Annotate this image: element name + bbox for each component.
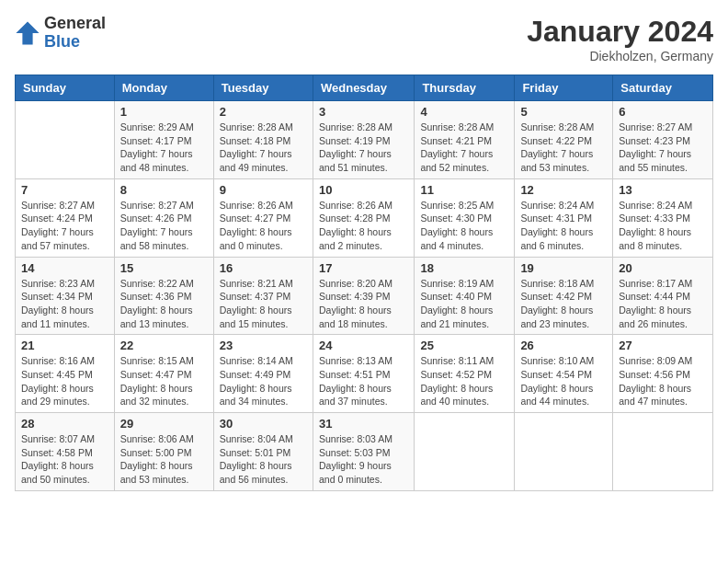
cell-info: Sunrise: 8:14 AMSunset: 4:49 PMDaylight:…: [220, 354, 307, 408]
cell-info: Sunrise: 8:28 AMSunset: 4:22 PMDaylight:…: [520, 121, 607, 175]
cell-date: 6: [619, 105, 707, 119]
cell-info: Sunrise: 8:29 AMSunset: 4:17 PMDaylight:…: [120, 121, 208, 175]
cell-info: Sunrise: 8:07 AMSunset: 4:58 PMDaylight:…: [21, 432, 108, 487]
cell-date: 27: [619, 339, 707, 352]
logo-blue: Blue: [44, 33, 106, 52]
cell-info: Sunrise: 8:26 AMSunset: 4:27 PMDaylight:…: [220, 199, 307, 253]
cell-date: 14: [21, 261, 108, 275]
calendar-cell: 7Sunrise: 8:27 AMSunset: 4:24 PMDaylight…: [16, 178, 115, 257]
cell-info: Sunrise: 8:03 AMSunset: 5:03 PMDaylight:…: [319, 432, 408, 487]
cell-date: 9: [220, 183, 307, 197]
calendar-cell: 17Sunrise: 8:20 AMSunset: 4:39 PMDayligh…: [313, 257, 414, 335]
cell-info: Sunrise: 8:28 AMSunset: 4:19 PMDaylight:…: [319, 121, 408, 175]
calendar-cell: 13Sunrise: 8:24 AMSunset: 4:33 PMDayligh…: [613, 178, 713, 257]
cell-info: Sunrise: 8:10 AMSunset: 4:54 PMDaylight:…: [520, 354, 607, 408]
cell-info: Sunrise: 8:28 AMSunset: 4:21 PMDaylight:…: [420, 121, 508, 175]
calendar-cell: 26Sunrise: 8:10 AMSunset: 4:54 PMDayligh…: [515, 335, 613, 413]
calendar-cell: [515, 413, 613, 491]
calendar-cell: 4Sunrise: 8:28 AMSunset: 4:21 PMDaylight…: [415, 101, 515, 179]
page-header: General Blue January 2024 Diekholzen, Ge…: [15, 15, 713, 63]
calendar-cell: 6Sunrise: 8:27 AMSunset: 4:23 PMDaylight…: [613, 101, 713, 179]
calendar-cell: 20Sunrise: 8:17 AMSunset: 4:44 PMDayligh…: [613, 257, 713, 335]
calendar-cell: 27Sunrise: 8:09 AMSunset: 4:56 PMDayligh…: [613, 335, 713, 413]
cell-info: Sunrise: 8:23 AMSunset: 4:34 PMDaylight:…: [21, 277, 108, 331]
calendar-cell: 28Sunrise: 8:07 AMSunset: 4:58 PMDayligh…: [16, 413, 115, 491]
calendar-cell: 29Sunrise: 8:06 AMSunset: 5:00 PMDayligh…: [114, 413, 213, 491]
cell-date: 2: [220, 105, 307, 119]
calendar-cell: 22Sunrise: 8:15 AMSunset: 4:47 PMDayligh…: [114, 335, 213, 413]
calendar-cell: 30Sunrise: 8:04 AMSunset: 5:01 PMDayligh…: [213, 413, 313, 491]
cell-info: Sunrise: 8:28 AMSunset: 4:18 PMDaylight:…: [220, 121, 307, 175]
calendar-cell: 21Sunrise: 8:16 AMSunset: 4:45 PMDayligh…: [16, 335, 115, 413]
header-thursday: Thursday: [415, 75, 515, 101]
cell-date: 7: [21, 183, 108, 197]
cell-date: 16: [220, 261, 307, 275]
cell-info: Sunrise: 8:18 AMSunset: 4:42 PMDaylight:…: [520, 277, 607, 331]
cell-date: 24: [319, 339, 408, 352]
cell-date: 8: [120, 183, 208, 197]
cell-date: 1: [120, 105, 208, 119]
cell-date: 29: [120, 417, 208, 431]
cell-date: 18: [420, 261, 508, 275]
cell-date: 5: [520, 105, 607, 119]
cell-date: 11: [420, 183, 508, 197]
cell-info: Sunrise: 8:04 AMSunset: 5:01 PMDaylight:…: [220, 432, 307, 487]
header-saturday: Saturday: [613, 75, 713, 101]
cell-date: 28: [21, 417, 108, 431]
header-friday: Friday: [515, 75, 613, 101]
calendar-cell: 24Sunrise: 8:13 AMSunset: 4:51 PMDayligh…: [313, 335, 414, 413]
cell-date: 23: [220, 339, 307, 352]
calendar-cell: 3Sunrise: 8:28 AMSunset: 4:19 PMDaylight…: [313, 101, 414, 179]
cell-info: Sunrise: 8:27 AMSunset: 4:26 PMDaylight:…: [120, 199, 208, 253]
cell-date: 10: [319, 183, 408, 197]
calendar-week-3: 14Sunrise: 8:23 AMSunset: 4:34 PMDayligh…: [16, 257, 713, 335]
cell-date: 12: [520, 183, 607, 197]
cell-info: Sunrise: 8:21 AMSunset: 4:37 PMDaylight:…: [220, 277, 307, 331]
cell-date: 21: [21, 339, 108, 352]
cell-date: 3: [319, 105, 408, 119]
cell-date: 17: [319, 261, 408, 275]
cell-date: 20: [619, 261, 707, 275]
calendar-cell: 9Sunrise: 8:26 AMSunset: 4:27 PMDaylight…: [213, 178, 313, 257]
title-block: January 2024 Diekholzen, Germany: [527, 15, 713, 63]
cell-date: 15: [120, 261, 208, 275]
cell-info: Sunrise: 8:15 AMSunset: 4:47 PMDaylight:…: [120, 354, 208, 408]
calendar-cell: 1Sunrise: 8:29 AMSunset: 4:17 PMDaylight…: [114, 101, 213, 179]
header-sunday: Sunday: [16, 75, 115, 101]
cell-date: 26: [520, 339, 607, 352]
calendar: Sunday Monday Tuesday Wednesday Thursday…: [15, 75, 713, 491]
cell-info: Sunrise: 8:22 AMSunset: 4:36 PMDaylight:…: [120, 277, 208, 331]
calendar-cell: 2Sunrise: 8:28 AMSunset: 4:18 PMDaylight…: [213, 101, 313, 179]
cell-info: Sunrise: 8:09 AMSunset: 4:56 PMDaylight:…: [619, 354, 707, 408]
logo-icon: [15, 20, 40, 46]
calendar-cell: 11Sunrise: 8:25 AMSunset: 4:30 PMDayligh…: [415, 178, 515, 257]
calendar-week-2: 7Sunrise: 8:27 AMSunset: 4:24 PMDaylight…: [16, 178, 713, 257]
cell-info: Sunrise: 8:16 AMSunset: 4:45 PMDaylight:…: [21, 354, 108, 408]
cell-info: Sunrise: 8:25 AMSunset: 4:30 PMDaylight:…: [420, 199, 508, 253]
calendar-cell: 16Sunrise: 8:21 AMSunset: 4:37 PMDayligh…: [213, 257, 313, 335]
cell-date: 19: [520, 261, 607, 275]
cell-info: Sunrise: 8:24 AMSunset: 4:31 PMDaylight:…: [520, 199, 607, 253]
calendar-header-row: Sunday Monday Tuesday Wednesday Thursday…: [16, 75, 713, 101]
month-title: January 2024: [527, 15, 713, 49]
cell-info: Sunrise: 8:13 AMSunset: 4:51 PMDaylight:…: [319, 354, 408, 408]
calendar-cell: [613, 413, 713, 491]
logo-text: General Blue: [44, 15, 106, 52]
cell-date: 13: [619, 183, 707, 197]
cell-info: Sunrise: 8:24 AMSunset: 4:33 PMDaylight:…: [619, 199, 707, 253]
svg-marker-0: [16, 21, 39, 44]
calendar-cell: 15Sunrise: 8:22 AMSunset: 4:36 PMDayligh…: [114, 257, 213, 335]
header-tuesday: Tuesday: [213, 75, 313, 101]
cell-info: Sunrise: 8:27 AMSunset: 4:24 PMDaylight:…: [21, 199, 108, 253]
logo: General Blue: [15, 15, 106, 52]
cell-info: Sunrise: 8:11 AMSunset: 4:52 PMDaylight:…: [420, 354, 508, 408]
cell-info: Sunrise: 8:17 AMSunset: 4:44 PMDaylight:…: [619, 277, 707, 331]
calendar-week-1: 1Sunrise: 8:29 AMSunset: 4:17 PMDaylight…: [16, 101, 713, 179]
cell-info: Sunrise: 8:19 AMSunset: 4:40 PMDaylight:…: [420, 277, 508, 331]
header-monday: Monday: [114, 75, 213, 101]
cell-date: 30: [220, 417, 307, 431]
calendar-week-4: 21Sunrise: 8:16 AMSunset: 4:45 PMDayligh…: [16, 335, 713, 413]
calendar-cell: 23Sunrise: 8:14 AMSunset: 4:49 PMDayligh…: [213, 335, 313, 413]
calendar-cell: 5Sunrise: 8:28 AMSunset: 4:22 PMDaylight…: [515, 101, 613, 179]
location: Diekholzen, Germany: [527, 49, 713, 63]
